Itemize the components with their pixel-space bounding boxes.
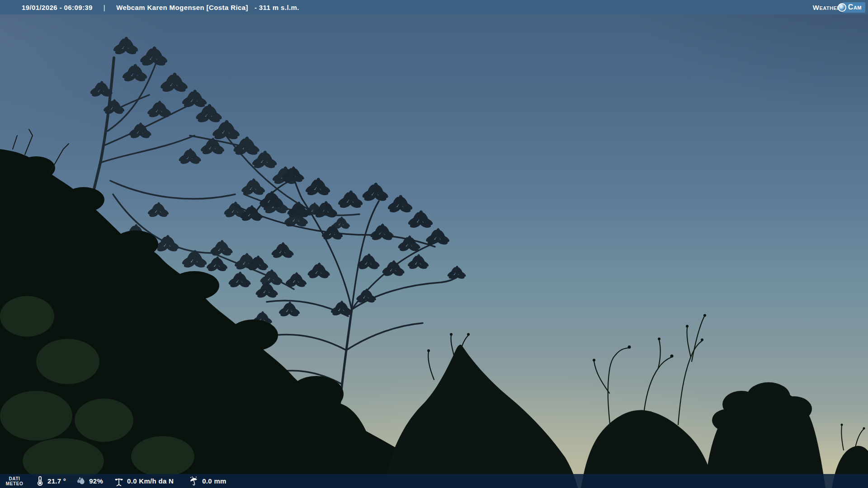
- footer-bar: DATI METEO 21.7 ° 92%: [0, 474, 868, 488]
- logo-weather-text: Weather: [813, 4, 841, 11]
- header-divider: |: [104, 4, 105, 11]
- humidity-metric: 92%: [76, 476, 103, 486]
- rain-metric: 0.0 mm: [189, 476, 226, 486]
- rain-value: 0.0 mm: [202, 477, 226, 485]
- temperature-value: 21.7 °: [47, 477, 66, 485]
- umbrella-rain-icon: [189, 476, 199, 486]
- forest-canopy-left: [0, 129, 461, 488]
- header-bar: 19/01/2026 - 06:09:39 | Webcam Karen Mog…: [0, 0, 868, 14]
- weather-data-label-line2: METEO: [6, 481, 24, 486]
- wind-value: 0.0 Km/h da N: [127, 477, 174, 485]
- wind-metric: 0.0 Km/h da N: [114, 476, 174, 486]
- humidity-value: 92%: [89, 477, 103, 485]
- camera-altitude: - 311 m s.l.m.: [255, 4, 299, 11]
- thermometer-icon: [35, 476, 44, 486]
- temperature-metric: 21.7 °: [35, 476, 66, 486]
- timestamp: 19/01/2026 - 06:09:39: [22, 4, 93, 11]
- webcam-photo-trees: [0, 0, 868, 488]
- webcam-viewer: 19/01/2026 - 06:09:39 | Webcam Karen Mog…: [0, 0, 868, 488]
- camera-lens-icon: [838, 3, 846, 12]
- camera-title: Webcam Karen Mogensen [Costa Rica]: [116, 4, 248, 11]
- weathercam-logo: Weather Cam: [813, 2, 865, 13]
- treeline-right: [382, 314, 868, 488]
- weather-data-label: DATI METEO: [0, 476, 29, 486]
- humidity-drops-icon: [76, 476, 86, 486]
- anemometer-icon: [114, 476, 124, 486]
- weather-data-label-line1: DATI: [9, 476, 20, 481]
